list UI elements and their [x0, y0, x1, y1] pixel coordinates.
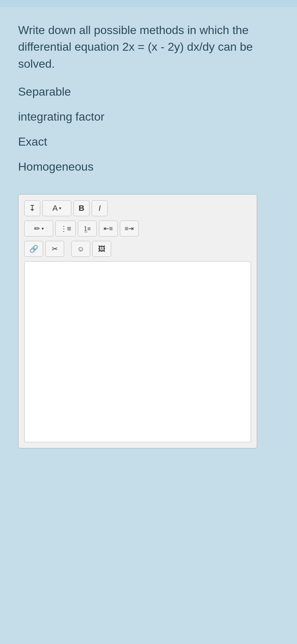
- link-button[interactable]: 🔗: [24, 241, 43, 257]
- emoji-button[interactable]: ☺: [71, 241, 90, 257]
- font-icon: A ▾: [53, 204, 62, 213]
- outdent-button[interactable]: ⇤≡: [99, 221, 118, 237]
- question-text: Write down all possible methods in which…: [18, 22, 264, 72]
- toolbar-row-2: ✏ ▾ ⋮≡ 1̲≡ ⇤≡ ≡⇥: [24, 221, 251, 237]
- editor-container: ↧ A ▾ B I ✏ ▾ ⋮≡: [18, 194, 257, 448]
- answer-integrating-factor: integrating factor: [18, 109, 104, 125]
- bold-button[interactable]: B: [74, 200, 89, 216]
- brush-icon: ✏: [34, 224, 40, 233]
- unlink-icon: ✂: [52, 244, 58, 253]
- italic-button[interactable]: I: [92, 200, 108, 216]
- page-container: Write down all possible methods in which…: [0, 7, 297, 644]
- unordered-list-icon: ⋮≡: [60, 224, 71, 233]
- unlink-button[interactable]: ✂: [45, 241, 64, 257]
- editor-area[interactable]: [24, 261, 251, 442]
- emoji-icon: ☺: [77, 245, 84, 253]
- font-dropdown-arrow: ▾: [59, 206, 61, 211]
- brush-button[interactable]: ✏ ▾: [24, 221, 53, 237]
- image-icon: 🖼: [98, 245, 105, 253]
- font-button[interactable]: A ▾: [42, 200, 71, 216]
- insert-button[interactable]: ↧: [24, 200, 40, 216]
- bold-icon: B: [79, 204, 84, 213]
- toolbar-row-1: ↧ A ▾ B I: [24, 200, 251, 216]
- answer-separable: Separable: [18, 84, 71, 100]
- insert-icon: ↧: [29, 204, 35, 213]
- toolbar-row-3: 🔗 ✂ ☺ 🖼: [24, 241, 251, 257]
- unordered-list-button[interactable]: ⋮≡: [55, 221, 76, 237]
- indent-button[interactable]: ≡⇥: [120, 221, 139, 237]
- answer-exact: Exact: [18, 134, 47, 150]
- link-icon: 🔗: [29, 244, 38, 253]
- italic-icon: I: [99, 204, 101, 213]
- image-button[interactable]: 🖼: [92, 241, 111, 257]
- ordered-list-icon: 1̲≡: [84, 225, 91, 232]
- ordered-list-button[interactable]: 1̲≡: [78, 221, 97, 237]
- answer-homogeneous: Homogeneous: [18, 159, 93, 175]
- outdent-icon: ⇤≡: [104, 225, 113, 233]
- brush-dropdown-arrow: ▾: [42, 226, 44, 231]
- indent-icon: ≡⇥: [125, 225, 134, 233]
